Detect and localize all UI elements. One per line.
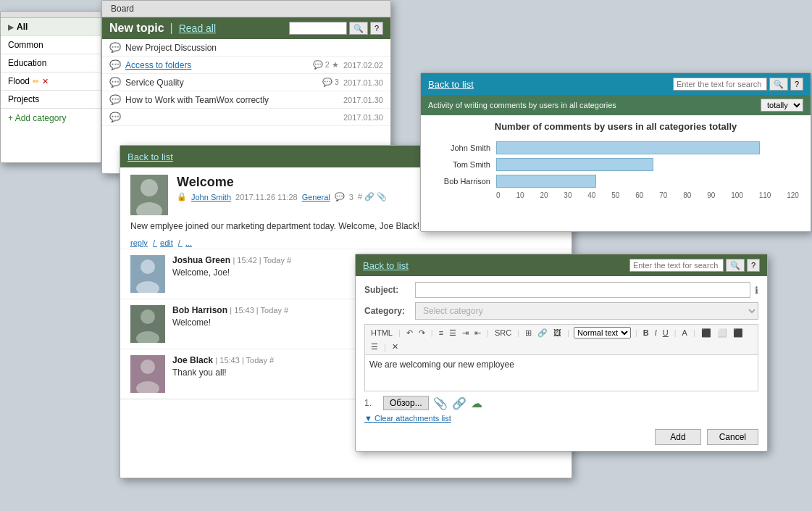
lock-icon: 🔒: [177, 192, 187, 202]
table-row: 💬 New Project Discussion: [102, 39, 390, 57]
editor-format-select[interactable]: Normal text: [574, 327, 631, 338]
chart-subheader: Activity of writing comments by users in…: [421, 95, 811, 115]
post-action-icons: # 🔗 📎: [358, 192, 387, 202]
attachment-num: 1.: [364, 398, 379, 408]
chart-label-3: Bob Harrison: [432, 177, 490, 186]
chart-bar-3: [496, 175, 596, 188]
editor-indent[interactable]: ⇥: [461, 328, 470, 338]
editor-color-btn[interactable]: A: [681, 328, 689, 338]
attach-cloud-icon[interactable]: ☁: [471, 396, 482, 410]
chart-header: Back to list 🔍 ?: [421, 73, 811, 95]
newpost-search-button[interactable]: 🔍: [726, 259, 745, 272]
attach-add-icon[interactable]: 📎: [433, 396, 448, 410]
post-author-link[interactable]: John Smith: [191, 193, 231, 202]
board-help-button[interactable]: ?: [370, 22, 383, 35]
topic-icon: 💬: [109, 112, 121, 122]
comment-time-1: | 15:42 | Today #: [233, 256, 291, 265]
clear-attachments-link[interactable]: ▼ Clear attachments list: [364, 414, 451, 423]
board-tab-bar: Board: [102, 1, 390, 17]
editor-underline-btn[interactable]: U: [661, 328, 670, 338]
topic-icon: 💬: [109, 42, 121, 53]
chart-search-input[interactable]: [673, 78, 767, 91]
sidebar-tab: [1, 12, 101, 18]
editor-close-btn[interactable]: ✕: [390, 341, 400, 352]
chart-bar-1: [496, 141, 760, 154]
comment-count-icon: 💬: [335, 192, 345, 202]
svg-point-10: [141, 360, 155, 374]
add-category-button[interactable]: + Add category: [1, 109, 101, 128]
editor-align-left[interactable]: ⬛: [700, 328, 713, 338]
board-search-button[interactable]: 🔍: [349, 22, 368, 35]
chart-search-button[interactable]: 🔍: [769, 78, 788, 91]
board-header: New topic | Read all 🔍 ?: [102, 17, 390, 39]
topic-title-4: How to Work with TeamWox correctly: [125, 95, 339, 105]
topic-date-4: 2017.01.30: [343, 96, 383, 104]
comment-count-3: 💬 3: [322, 78, 339, 87]
editor-src-btn[interactable]: SRC: [493, 328, 513, 338]
editor-list-ul[interactable]: ≡: [438, 328, 445, 338]
editor-align-right[interactable]: ⬛: [732, 328, 745, 338]
editor-undo-btn[interactable]: ↶: [405, 328, 414, 338]
subject-input[interactable]: [415, 282, 750, 298]
editor-list-ol[interactable]: ☰: [448, 328, 458, 338]
header-sep: |: [170, 22, 173, 35]
chart-x-axis: 0 10 20 30 40 50 60 70 80 90 100 110 120: [432, 191, 799, 199]
sidebar-label-education: Education: [8, 58, 46, 68]
edit-link[interactable]: edit: [160, 238, 173, 247]
chart-back-link[interactable]: Back to list: [428, 79, 474, 90]
comment-author-1: Joshua Green: [172, 255, 230, 265]
add-button[interactable]: Add: [655, 429, 700, 445]
editor-table-btn[interactable]: ⊞: [524, 328, 533, 338]
chart-filter-select[interactable]: totally: [761, 99, 803, 112]
editor-image-btn[interactable]: 🖼: [552, 328, 563, 338]
chart-label-1: John Smith: [432, 144, 490, 152]
chart-title: Number of comments by users in all categ…: [421, 115, 811, 135]
form-actions: Add Cancel: [364, 429, 758, 445]
post-date: 2017.11.26 11:28: [235, 193, 298, 202]
avatar-3: [130, 355, 165, 393]
cancel-button[interactable]: Cancel: [707, 429, 758, 445]
post-category[interactable]: General: [302, 193, 330, 202]
post-title: Welcome: [177, 175, 387, 190]
board-search: 🔍 ?: [289, 22, 383, 35]
sidebar-item-flood[interactable]: Flood ✏ ✕: [1, 72, 101, 91]
editor-bold-btn[interactable]: B: [642, 328, 650, 338]
browse-button[interactable]: Обзор...: [383, 396, 429, 410]
topic-icon: 💬: [109, 94, 121, 105]
table-row: 💬 2017.01.30: [102, 109, 390, 126]
chart-panel: Back to list 🔍 ? Activity of writing com…: [420, 72, 811, 232]
sidebar-item-common[interactable]: Common: [1, 36, 101, 54]
sidebar-item-all[interactable]: ▶ All: [1, 18, 101, 36]
reply-link[interactable]: reply: [130, 238, 148, 247]
editor-body[interactable]: We are welcoming our new employee: [364, 355, 758, 391]
newpost-back-link[interactable]: Back to list: [363, 260, 409, 271]
read-all-link[interactable]: Read all: [179, 22, 216, 34]
sidebar-item-projects[interactable]: Projects: [1, 91, 101, 109]
editor-align-justify[interactable]: ☰: [369, 341, 380, 352]
sidebar-label-all: All: [17, 22, 28, 32]
sidebar-item-education[interactable]: Education: [1, 54, 101, 72]
edit-icon[interactable]: ✏: [33, 77, 39, 86]
category-row: Category: Select category: [364, 302, 758, 320]
editor-html-btn[interactable]: HTML: [369, 328, 394, 338]
comment-author-2: Bob Harrison: [172, 305, 227, 315]
newpost-search-input[interactable]: [629, 259, 724, 272]
newpost-help-button[interactable]: ?: [747, 259, 760, 272]
new-topic-label[interactable]: New topic: [109, 22, 164, 35]
editor-redo-btn[interactable]: ↷: [417, 328, 427, 338]
comment-time-2: | 15:43 | Today #: [230, 306, 288, 315]
topic-date-3: 2017.01.30: [343, 78, 383, 87]
attach-link-icon[interactable]: 🔗: [452, 396, 466, 410]
category-select[interactable]: Select category: [415, 302, 758, 320]
more-actions[interactable]: ...: [185, 238, 192, 247]
chart-help-button[interactable]: ?: [790, 78, 803, 91]
delete-icon[interactable]: ✕: [42, 77, 49, 86]
editor-outdent[interactable]: ⇤: [473, 328, 482, 338]
newpost-search: 🔍 ?: [629, 259, 760, 272]
post-back-link[interactable]: Back to list: [127, 151, 173, 162]
editor-italic-btn[interactable]: I: [653, 328, 658, 338]
editor-align-center[interactable]: ⬜: [716, 328, 729, 338]
editor-link-btn[interactable]: 🔗: [536, 328, 549, 338]
board-search-input[interactable]: [289, 22, 347, 35]
topic-link-2[interactable]: Access to folders: [125, 60, 309, 70]
